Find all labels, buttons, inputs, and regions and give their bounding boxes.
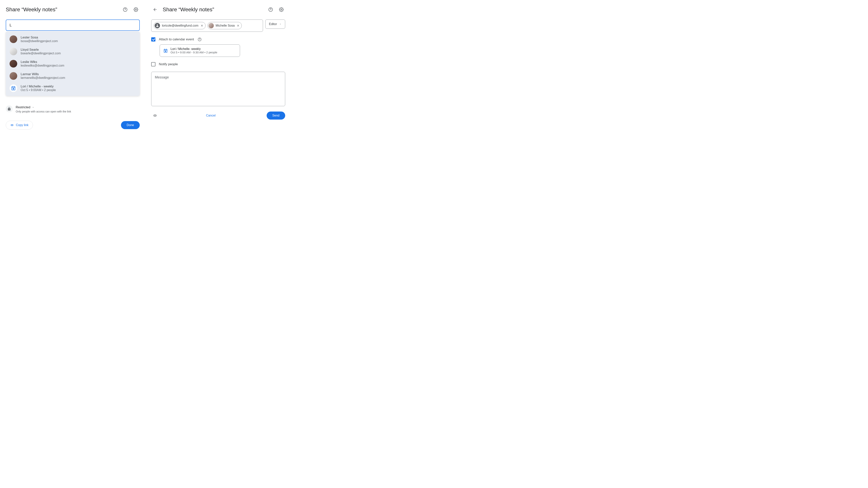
suggestion-email: larmarwills@dwellingproject.com bbox=[21, 76, 65, 79]
suggestion-name: Lester Sosa bbox=[21, 36, 58, 39]
cancel-button[interactable]: Cancel bbox=[203, 111, 219, 120]
suggestion-email: lesliewilks@dwellingproject.com bbox=[21, 64, 64, 67]
share-dialog-search-state: Share “Weekly notes” Lester Sosa lsosa@d… bbox=[6, 6, 140, 130]
dialog-footer: Copy link Done bbox=[6, 121, 140, 130]
chevron-down-icon bbox=[279, 23, 282, 25]
suggestion-person[interactable]: Leslie Wlks lesliewilks@dwellingproject.… bbox=[6, 58, 140, 70]
autocomplete-dropdown: Lester Sosa lsosa@dwellingproject.com Ll… bbox=[6, 32, 140, 96]
suggestion-name: Leslie Wlks bbox=[21, 60, 64, 64]
suggestion-name: Larmar Wills bbox=[21, 72, 65, 76]
help-icon[interactable] bbox=[121, 6, 129, 13]
access-level-select[interactable]: Restricted bbox=[16, 105, 140, 109]
svg-point-4 bbox=[271, 10, 271, 11]
recipient-chip[interactable]: loricole@dwellingfund.com bbox=[154, 22, 206, 29]
remove-chip-icon[interactable] bbox=[200, 24, 204, 27]
copy-link-button[interactable]: Copy link bbox=[6, 121, 33, 130]
avatar bbox=[9, 60, 17, 68]
people-search-input[interactable] bbox=[6, 20, 140, 31]
dialog-header: Share “Weekly notes” bbox=[151, 6, 285, 13]
svg-point-1 bbox=[125, 10, 125, 11]
back-arrow-icon[interactable] bbox=[151, 6, 159, 13]
gear-icon[interactable] bbox=[278, 6, 285, 13]
role-select[interactable]: Editor bbox=[265, 20, 285, 29]
person-icon bbox=[155, 23, 160, 28]
gear-icon[interactable] bbox=[132, 6, 140, 13]
general-access-section: Restricted Only people with access can o… bbox=[6, 105, 140, 113]
copy-link-icon[interactable] bbox=[151, 112, 159, 119]
suggestion-person[interactable]: Lloyd Searle bsearle@dwellingproject.com bbox=[6, 45, 140, 58]
copy-link-label: Copy link bbox=[16, 123, 29, 127]
attach-calendar-row: Attach to calendar event bbox=[151, 37, 285, 42]
remove-chip-icon[interactable] bbox=[237, 24, 240, 27]
help-icon[interactable] bbox=[267, 6, 275, 13]
link-icon bbox=[10, 123, 14, 127]
lock-icon bbox=[6, 105, 12, 112]
done-button[interactable]: Done bbox=[121, 121, 140, 129]
recipients-row: loricole@dwellingfund.com Michelle Sosa … bbox=[151, 20, 285, 32]
avatar bbox=[9, 35, 17, 43]
suggestion-calendar-event[interactable]: Lori / Michelle - weekly Oct 5 • 9:00AM … bbox=[6, 82, 140, 94]
dialog-title: Share “Weekly notes” bbox=[6, 6, 118, 12]
share-dialog-send-state: Share “Weekly notes” loricole@dwellingfu… bbox=[151, 6, 285, 130]
calendar-event-card[interactable]: Lori / Michelle- weekly Oct 5 • 9:00 AM … bbox=[160, 44, 240, 57]
role-label: Editor bbox=[269, 22, 277, 26]
notify-people-row: Notify people bbox=[151, 62, 285, 66]
calendar-icon bbox=[9, 84, 17, 92]
svg-point-2 bbox=[135, 9, 136, 10]
recipient-chip[interactable]: Michelle Sosa bbox=[208, 22, 242, 29]
notify-people-label: Notify people bbox=[159, 62, 178, 66]
suggestion-email: lsosa@dwellingproject.com bbox=[21, 39, 58, 43]
help-icon[interactable] bbox=[197, 37, 202, 42]
access-level-description: Only people with access can open with th… bbox=[16, 110, 140, 113]
svg-point-6 bbox=[157, 25, 158, 26]
svg-point-5 bbox=[281, 9, 282, 10]
message-textarea[interactable]: Message bbox=[151, 72, 285, 106]
suggestion-name: Lloyd Searle bbox=[21, 48, 61, 52]
dialog-title: Share “Weekly notes” bbox=[163, 6, 264, 12]
chip-label: loricole@dwellingfund.com bbox=[162, 24, 198, 27]
message-placeholder: Message bbox=[155, 75, 169, 79]
suggestion-person[interactable]: Lester Sosa lsosa@dwellingproject.com bbox=[6, 33, 140, 45]
event-title: Lori / Michelle - weekly bbox=[21, 85, 56, 88]
avatar bbox=[9, 72, 17, 80]
attach-calendar-checkbox[interactable] bbox=[151, 37, 155, 41]
calendar-icon bbox=[163, 48, 168, 53]
chevron-down-icon bbox=[32, 106, 34, 108]
attach-calendar-label: Attach to calendar event bbox=[159, 37, 194, 41]
notify-people-checkbox[interactable] bbox=[151, 62, 155, 66]
suggestion-person[interactable]: Larmar Wills larmarwills@dwellingproject… bbox=[6, 70, 140, 82]
send-button[interactable]: Send bbox=[267, 111, 285, 120]
chip-label: Michelle Sosa bbox=[216, 24, 235, 27]
avatar bbox=[209, 23, 214, 28]
event-title: Lori / Michelle- weekly bbox=[170, 47, 217, 51]
dialog-header: Share “Weekly notes” bbox=[6, 6, 140, 13]
dialog-footer: Cancel Send bbox=[151, 111, 285, 120]
suggestion-email: bsearle@dwellingproject.com bbox=[21, 52, 61, 55]
access-level-label: Restricted bbox=[16, 105, 30, 109]
recipients-input[interactable]: loricole@dwellingfund.com Michelle Sosa bbox=[151, 20, 263, 32]
svg-point-8 bbox=[199, 40, 200, 40]
event-subtitle: Oct 5 • 9:00 AM - 9:30 AM • 2 people bbox=[170, 51, 217, 54]
avatar bbox=[9, 47, 17, 55]
event-subtitle: Oct 5 • 9:00AM • 2 people bbox=[21, 88, 56, 92]
